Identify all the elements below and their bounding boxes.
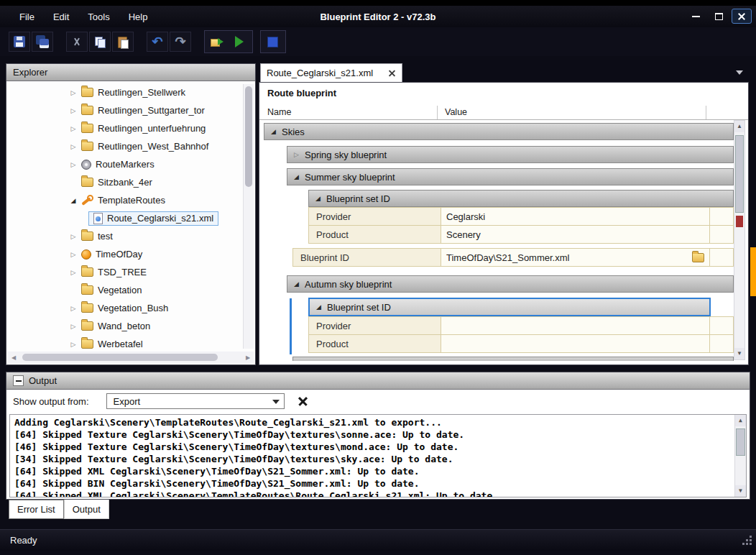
screen-edge-highlight — [750, 247, 756, 296]
tree-item-selected[interactable]: Route_Ceglarski_s21.xml — [6, 209, 255, 227]
scroll-down-icon[interactable]: ▼ — [734, 348, 745, 359]
expander-icon[interactable] — [68, 323, 78, 330]
cut-button[interactable] — [66, 32, 88, 52]
tree-item[interactable]: Reutlingen_West_Bahnhof — [6, 137, 255, 155]
scroll-up-icon[interactable]: ▲ — [734, 121, 745, 132]
scrollbar-thumb[interactable] — [22, 354, 218, 361]
group-row-summer-sky[interactable]: Summer sky blueprint — [287, 168, 734, 185]
paste-button[interactable] — [112, 32, 134, 52]
scroll-right-icon[interactable]: ▶ — [242, 354, 254, 361]
tab-close-icon[interactable] — [387, 69, 396, 78]
clear-output-button[interactable] — [296, 395, 309, 408]
expander-icon[interactable] — [68, 125, 78, 132]
grid-vertical-scrollbar[interactable]: ▲ ▼ — [734, 120, 745, 360]
column-header-value[interactable]: Value — [445, 107, 467, 117]
document-tab[interactable]: Route_Ceglarski_s21.xml — [260, 63, 402, 82]
property-row-blueprint-id[interactable]: Blueprint ID TimeOfDay\S21_Sommer.xml — [292, 248, 734, 267]
property-row-provider[interactable]: Provider — [308, 316, 734, 335]
tree-item[interactable]: Vegetation — [6, 281, 255, 299]
collapse-output-button[interactable] — [13, 375, 24, 386]
expander-icon[interactable] — [68, 341, 78, 348]
column-divider[interactable] — [437, 106, 438, 119]
group-row-autumn-sky[interactable]: Autumn sky blueprint — [287, 275, 734, 293]
tab-error-list[interactable]: Error List — [9, 500, 64, 519]
expander-icon[interactable] — [68, 143, 78, 150]
maximize-button[interactable] — [709, 9, 729, 24]
redo-button[interactable] — [170, 32, 191, 52]
scrollbar-thumb[interactable] — [735, 135, 744, 213]
close-button[interactable] — [732, 9, 752, 24]
scroll-left-icon[interactable]: ◀ — [8, 354, 19, 361]
expander-icon[interactable] — [314, 303, 323, 311]
tree-item[interactable]: Werbetafel — [6, 335, 255, 353]
tree-item[interactable]: TimeOfDay — [6, 245, 255, 263]
property-value[interactable] — [441, 334, 710, 353]
property-value[interactable]: Ceglarski — [441, 207, 710, 226]
copy-icon — [94, 36, 106, 47]
tab-list-dropdown-icon[interactable] — [736, 70, 743, 75]
browse-button[interactable] — [691, 252, 705, 263]
group-row-spring-sky[interactable]: Spring sky blueprint — [287, 146, 734, 163]
tree-item[interactable]: Reutlingen_unterfuehrung — [6, 119, 255, 137]
explorer-horizontal-scrollbar[interactable]: ◀ ▶ — [8, 352, 254, 363]
expander-icon[interactable] — [68, 269, 78, 276]
console-vertical-scrollbar[interactable]: ▲ ▼ — [734, 415, 746, 497]
scrollbar-thumb[interactable] — [736, 428, 745, 456]
tree-item[interactable]: Vegetation_Bush — [6, 299, 255, 317]
property-row-product[interactable]: Product — [308, 334, 734, 353]
group-label: Blueprint set ID — [327, 302, 391, 313]
stop-button[interactable] — [262, 32, 283, 52]
scroll-up-icon[interactable]: ▲ — [735, 415, 746, 426]
expander-icon[interactable] — [68, 233, 78, 240]
property-value[interactable] — [441, 316, 710, 335]
property-row-product[interactable]: Product Scenery — [308, 225, 734, 244]
column-divider[interactable] — [706, 106, 706, 119]
expander-icon[interactable] — [313, 195, 323, 202]
tree-item[interactable]: Wand_beton — [6, 317, 255, 335]
expander-icon[interactable] — [68, 107, 78, 114]
expander-icon[interactable] — [68, 305, 78, 312]
menu-tools[interactable]: Tools — [78, 6, 119, 27]
explorer-panel: Explorer Reutlingen_Stellwerk Reutlingen… — [6, 63, 256, 365]
tree-item[interactable]: TemplateRoutes — [6, 191, 255, 209]
expander-icon[interactable] — [269, 128, 278, 135]
expander-icon[interactable] — [68, 161, 78, 168]
explorer-vertical-scrollbar[interactable] — [243, 84, 254, 349]
tree-item[interactable]: Reutlingen_Stellwerk — [6, 83, 255, 101]
expander-icon[interactable] — [292, 173, 301, 180]
scrollbar-thumb[interactable] — [245, 86, 252, 187]
tree-item[interactable]: RouteMarkers — [6, 155, 255, 173]
scroll-down-icon[interactable]: ▼ — [735, 485, 746, 497]
expander-icon[interactable] — [68, 251, 78, 258]
tree-item[interactable]: test — [6, 227, 255, 245]
group-row-skies[interactable]: Skies — [264, 123, 734, 140]
expander-icon[interactable] — [292, 280, 301, 288]
save-button[interactable] — [9, 32, 30, 52]
tab-output[interactable]: Output — [64, 500, 109, 519]
expander-icon[interactable] — [68, 197, 78, 204]
tree-item[interactable]: TSD_TREE — [6, 263, 255, 281]
resize-grip[interactable] — [741, 536, 752, 547]
output-console[interactable]: Adding Ceglarski\Scenery\TemplateRoutes\… — [9, 414, 747, 497]
group-row-blueprint-set-id-selected[interactable]: Blueprint set ID — [308, 298, 711, 316]
tree-item[interactable]: Reutlingen_Suttgarter_tor — [6, 101, 255, 119]
tree-item[interactable]: Sitzbank_4er — [6, 173, 255, 191]
export-button[interactable] — [206, 32, 227, 52]
group-row-blueprint-set-id[interactable]: Blueprint set ID — [308, 190, 734, 207]
property-value[interactable]: Scenery — [441, 225, 710, 244]
output-source-value: Export — [114, 396, 141, 407]
menu-edit[interactable]: Edit — [44, 6, 78, 27]
save-all-button[interactable] — [32, 32, 53, 52]
menu-file[interactable]: File — [10, 6, 44, 27]
run-button[interactable] — [229, 32, 250, 52]
property-value[interactable]: TimeOfDay\S21_Sommer.xml — [441, 248, 710, 267]
undo-button[interactable] — [147, 32, 168, 52]
column-header-name[interactable]: Name — [267, 107, 291, 117]
property-row-provider[interactable]: Provider Ceglarski — [308, 207, 734, 226]
expander-icon[interactable] — [292, 151, 301, 158]
minimize-button[interactable] — [686, 9, 706, 24]
output-source-dropdown[interactable]: Export — [106, 393, 285, 409]
expander-icon[interactable] — [68, 89, 78, 96]
menu-help[interactable]: Help — [119, 6, 157, 27]
copy-button[interactable] — [89, 32, 111, 52]
